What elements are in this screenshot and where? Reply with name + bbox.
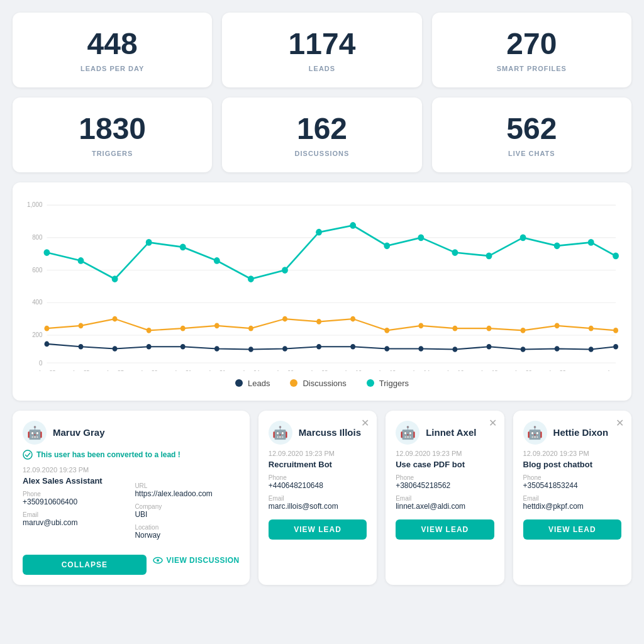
card-header-linnet: 🤖 Linnet Axel — [396, 421, 494, 445]
lead-card-marcuss: ✕ 🤖 Marcuss Illois 12.09.2020 19:23 PM R… — [258, 411, 377, 585]
view-lead-button-linnet[interactable]: VIEW LEAD — [396, 519, 494, 540]
stat-label-2: SMART PROFILES — [445, 65, 619, 72]
stat-card-4: 162 DISCUSSIONS — [222, 97, 421, 172]
svg-point-14 — [112, 275, 118, 282]
svg-point-12 — [44, 249, 50, 256]
company-label-maruv: Company — [135, 503, 239, 510]
svg-point-83 — [23, 450, 32, 459]
svg-text:800: 800 — [32, 233, 43, 240]
svg-text:Aug 12: Aug 12 — [378, 369, 396, 371]
svg-point-46 — [589, 325, 594, 331]
card-actions-maruv: COLLAPSE VIEW DISCUSSION — [23, 546, 240, 575]
stat-label-4: DISCUSSIONS — [235, 150, 409, 157]
view-discussion-label: VIEW DISCUSSION — [167, 556, 240, 565]
lead-card-maruv: 🤖 Maruv Gray This user has been converte… — [13, 411, 250, 585]
timestamp-marcuss: 12.09.2020 19:23 PM — [269, 450, 367, 457]
bot-marcuss: Recruitment Bot — [269, 460, 367, 469]
stat-number-3: 1830 — [25, 113, 199, 146]
svg-point-64 — [589, 347, 594, 352]
svg-point-51 — [147, 344, 152, 350]
avatar-hettie: 🤖 — [523, 421, 547, 445]
svg-point-59 — [418, 346, 423, 352]
discussions-dot — [290, 379, 297, 387]
view-discussion-button[interactable]: VIEW DISCUSSION — [153, 546, 240, 575]
card-header-hettie: 🤖 Hettie Dixon — [523, 421, 621, 445]
svg-point-21 — [350, 222, 356, 229]
svg-text:Aug 31: Aug 31 — [208, 369, 226, 371]
phone-marcuss: +440648210648 — [269, 481, 367, 490]
email-hettie: hettdix@pkpf.com — [523, 502, 621, 511]
email-label-linnet: Email — [396, 495, 494, 502]
svg-point-50 — [113, 346, 118, 352]
check-circle-icon — [23, 450, 33, 460]
url-label-maruv: URL — [135, 482, 239, 489]
stat-number-4: 162 — [235, 113, 409, 146]
svg-point-18 — [248, 275, 254, 282]
converted-badge: This user has been converted to a lead ! — [23, 450, 240, 460]
avatar-maruv: 🤖 — [23, 421, 47, 445]
view-lead-button-marcuss[interactable]: VIEW LEAD — [269, 519, 367, 540]
svg-point-15 — [146, 239, 152, 246]
svg-point-33 — [147, 328, 152, 333]
svg-point-52 — [180, 344, 186, 350]
view-lead-button-hettie[interactable]: VIEW LEAD — [523, 519, 621, 540]
svg-text:Aug 20: Aug 20 — [514, 369, 532, 371]
svg-point-42 — [452, 325, 457, 331]
svg-text:Aug 23: Aug 23 — [38, 369, 55, 371]
stat-card-2: 270 SMART PROFILES — [432, 13, 631, 87]
svg-point-23 — [418, 234, 424, 241]
svg-point-49 — [79, 344, 84, 350]
svg-point-85 — [157, 559, 159, 562]
svg-point-37 — [282, 316, 287, 321]
svg-text:400: 400 — [32, 299, 43, 306]
svg-point-60 — [452, 347, 457, 352]
svg-point-58 — [384, 346, 389, 352]
bot-maruv: Alex Sales Assistant — [23, 476, 127, 486]
email-linnet: linnet.axel@aldi.com — [396, 502, 494, 511]
avatar-marcuss: 🤖 — [269, 421, 292, 445]
svg-point-26 — [520, 234, 526, 241]
svg-text:Aug 06: Aug 06 — [276, 369, 294, 371]
stat-number-2: 270 — [445, 28, 619, 61]
phone-linnet: +380645218562 — [396, 481, 494, 490]
svg-point-22 — [384, 242, 390, 249]
email-label-maruv: Email — [23, 511, 127, 518]
close-button-linnet[interactable]: ✕ — [489, 417, 497, 429]
triggers-dot — [367, 379, 374, 387]
svg-text:Aug 25: Aug 25 — [72, 369, 89, 371]
svg-point-43 — [487, 325, 492, 331]
line-chart: 1,000 800 600 400 200 0 — [25, 195, 619, 371]
collapse-button[interactable]: COLLAPSE — [23, 555, 147, 575]
svg-point-55 — [282, 346, 287, 352]
lead-cards-row: 🤖 Maruv Gray This user has been converte… — [13, 411, 631, 585]
bot-linnet: Use case PDF bot — [396, 460, 494, 469]
svg-point-47 — [613, 328, 618, 333]
svg-point-36 — [248, 325, 253, 331]
timestamp-linnet: 12.09.2020 19:23 PM — [396, 450, 494, 457]
svg-point-56 — [316, 344, 321, 350]
svg-point-24 — [452, 249, 458, 256]
svg-text:Aug 18: Aug 18 — [480, 369, 497, 371]
svg-point-29 — [613, 252, 619, 259]
timestamp-hettie: 12.09.2020 19:23 PM — [523, 450, 621, 457]
expanded-content-maruv: 12.09.2020 19:23 PM Alex Sales Assistant… — [23, 466, 240, 540]
svg-point-62 — [521, 347, 526, 352]
svg-point-63 — [555, 346, 560, 352]
close-button-marcuss[interactable]: ✕ — [361, 417, 369, 429]
stat-number-0: 448 — [25, 28, 199, 61]
phone-label-hettie: Phone — [523, 474, 621, 481]
svg-text:Aug 16: Aug 16 — [446, 369, 464, 371]
svg-point-41 — [418, 323, 423, 328]
converted-text: This user has been converted to a lead ! — [36, 450, 180, 459]
svg-point-48 — [44, 341, 49, 347]
card-header-maruv: 🤖 Maruv Gray — [23, 421, 240, 445]
leads-dot — [235, 379, 243, 387]
svg-point-65 — [613, 344, 618, 350]
svg-point-35 — [214, 323, 219, 328]
svg-point-38 — [316, 319, 321, 325]
close-button-hettie[interactable]: ✕ — [616, 417, 624, 429]
stat-card-5: 562 LIVE CHATS — [432, 97, 631, 172]
url-maruv: https://alex.leadoo.com — [135, 489, 239, 498]
svg-point-19 — [282, 267, 288, 274]
stat-number-5: 562 — [445, 113, 619, 146]
